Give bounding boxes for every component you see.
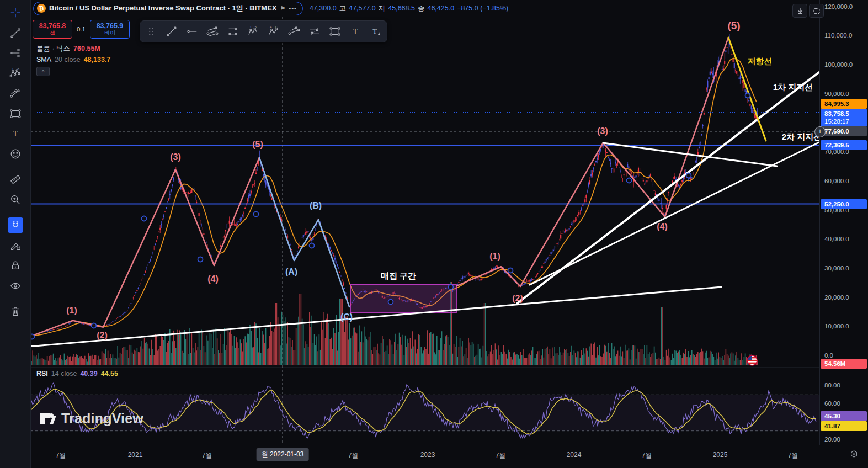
- low-label: 저: [379, 4, 386, 13]
- time-tick: 7월: [496, 451, 506, 460]
- rsi-title[interactable]: RSI: [36, 370, 48, 377]
- sell-button[interactable]: 83,765.8 셀: [33, 20, 72, 39]
- svg-text:(1): (1): [66, 306, 77, 315]
- price-tick: 120,000.0: [824, 3, 853, 10]
- svg-text:5: 5: [255, 25, 257, 29]
- close-value: 46,425.0: [427, 4, 454, 12]
- projection-icon[interactable]: [8, 86, 23, 101]
- high-label: 고: [339, 4, 347, 13]
- svg-text:T: T: [13, 130, 18, 138]
- sma-indicator-title[interactable]: SMA: [36, 56, 51, 63]
- rectangle-icon[interactable]: [8, 106, 23, 121]
- time-tick: 2021: [128, 451, 143, 459]
- svg-text:(C): (C): [340, 312, 353, 322]
- elliott-wave-icon[interactable]: 15: [8, 66, 23, 81]
- text-icon[interactable]: T: [349, 25, 362, 38]
- chart-corner-buttons: [792, 4, 824, 18]
- volume-badge: 54.56M: [821, 359, 867, 369]
- rsi-tick: 80.00: [824, 382, 840, 389]
- screenshot-frame-icon[interactable]: [809, 4, 824, 18]
- lock-icon[interactable]: [8, 258, 23, 273]
- trend-line-icon[interactable]: [165, 25, 178, 38]
- rsi-tick: 60.00: [824, 400, 840, 407]
- rsi-ma-value: 44.55: [101, 370, 118, 377]
- level1-badge: 72,369.5: [821, 140, 867, 150]
- tradingview-logo-icon: [39, 410, 56, 427]
- trend-line-icon[interactable]: [8, 25, 23, 41]
- symbol-title: Bitcoin / US Dollar Perpetual Inverse Sw…: [49, 3, 276, 13]
- svg-text:1차 지지선: 1차 지지선: [773, 82, 813, 92]
- crosshair-price-badge: 77,690.0: [821, 126, 867, 136]
- buy-button[interactable]: 83,765.9 바이: [90, 20, 130, 39]
- pane-legend: 볼륨 · 틱스 760.55M SMA 20 close 48,133.7 ^: [36, 44, 110, 76]
- svg-text:매집 구간: 매집 구간: [381, 271, 416, 280]
- time-tick: 2023: [420, 451, 435, 459]
- zoom-in-icon[interactable]: [8, 192, 23, 208]
- flat-channel-icon[interactable]: [226, 25, 239, 38]
- svg-text:(2): (2): [512, 294, 523, 303]
- legend-collapse-button[interactable]: ^: [36, 67, 50, 76]
- more-options-button[interactable]: •••: [289, 5, 297, 12]
- buy-price: 83,765.9: [97, 23, 124, 30]
- price-tick: 20,000.0: [824, 294, 849, 301]
- svg-text:(3): (3): [170, 152, 181, 162]
- toolbar-divider: [7, 300, 23, 300]
- bitcoin-icon: ₿: [37, 4, 46, 13]
- trash-icon[interactable]: [8, 304, 23, 319]
- high-value: 47,577.0: [349, 4, 376, 12]
- anchored-text-icon[interactable]: T: [369, 25, 382, 38]
- tradingview-chart-app: (1)(2)(3)(4)(5)(A)(B)(C)매집 구간(1)(2)(3)(4…: [0, 0, 868, 468]
- price-tick: 110,000.0: [824, 32, 852, 39]
- drag-handle-icon[interactable]: [145, 25, 158, 38]
- download-arrow-icon[interactable]: [792, 4, 807, 18]
- elliott-impulse-icon[interactable]: 15: [247, 25, 260, 38]
- add-alert-plus-icon[interactable]: +: [814, 126, 826, 137]
- dotted-channel-icon[interactable]: [287, 25, 301, 38]
- text-icon[interactable]: T: [8, 126, 23, 141]
- emoji-icon[interactable]: [8, 146, 23, 162]
- time-axis[interactable]: 월 2022-01-03 7월20217월7월20237월20247월20257…: [0, 445, 868, 468]
- svg-text:(4): (4): [657, 222, 668, 231]
- last-price-badge: 83,758.515:28:17: [821, 109, 867, 127]
- ohlc-readout: 47,300.0 고 47,577.0 저 45,668.5 종 46,425.…: [310, 4, 508, 13]
- magnet-icon[interactable]: [8, 217, 23, 233]
- chart-canvas[interactable]: (1)(2)(3)(4)(5)(A)(B)(C)매집 구간(1)(2)(3)(4…: [0, 0, 868, 468]
- axis-settings-gear-icon[interactable]: [850, 450, 858, 460]
- time-tick: 7월: [642, 451, 652, 460]
- toolbar-divider: [7, 168, 23, 168]
- price-tick: 30,000.0: [824, 265, 849, 272]
- price-tick: 40,000.0: [824, 236, 849, 242]
- price-tick: 90,000.0: [824, 91, 849, 97]
- rsi-ma-badge: 41.87: [821, 421, 867, 431]
- horizontal-ray-icon[interactable]: [185, 25, 199, 38]
- rectangle-icon[interactable]: [328, 25, 342, 38]
- buy-label: 바이: [104, 30, 115, 36]
- flag-icon[interactable]: ⚑: [280, 5, 285, 12]
- svg-text:(5): (5): [727, 20, 740, 31]
- parallel-lines-icon[interactable]: [8, 45, 23, 61]
- top-toolbar: ₿ Bitcoin / US Dollar Perpetual Inverse …: [30, 0, 665, 17]
- price-tick: 0.0: [824, 352, 833, 359]
- ruler-icon[interactable]: [8, 172, 23, 187]
- open-value: 47,300.0: [310, 4, 337, 12]
- sell-label: 셀: [50, 30, 55, 36]
- time-tick: 2025: [713, 451, 728, 459]
- parallel-channel-icon[interactable]: [206, 25, 219, 38]
- svg-text:(1): (1): [489, 252, 500, 261]
- svg-text:(3): (3): [597, 126, 608, 136]
- time-tick: 7월: [348, 451, 359, 460]
- svg-text:(A): (A): [285, 267, 297, 276]
- rsi-badge: 45.30: [821, 411, 867, 421]
- symbol-button[interactable]: ₿ Bitcoin / US Dollar Perpetual Inverse …: [33, 2, 303, 15]
- pencil-lock-icon[interactable]: [8, 238, 23, 253]
- volume-indicator-title[interactable]: 볼륨 · 틱스: [36, 44, 70, 54]
- sma-badge: 84,995.3: [821, 99, 867, 109]
- tradingview-logo-text: TradingView: [61, 411, 143, 427]
- svg-text:저항선: 저항선: [748, 56, 773, 66]
- crosshair-icon[interactable]: [8, 5, 23, 20]
- price-axis[interactable]: + 120,000.0110,000.0100,000.090,000.070,…: [819, 0, 868, 445]
- eye-icon[interactable]: [8, 278, 23, 294]
- tradingview-logo: TradingView: [39, 410, 143, 427]
- disjoint-channel-icon[interactable]: [308, 25, 321, 38]
- elliott-correction-icon[interactable]: AC: [267, 25, 280, 38]
